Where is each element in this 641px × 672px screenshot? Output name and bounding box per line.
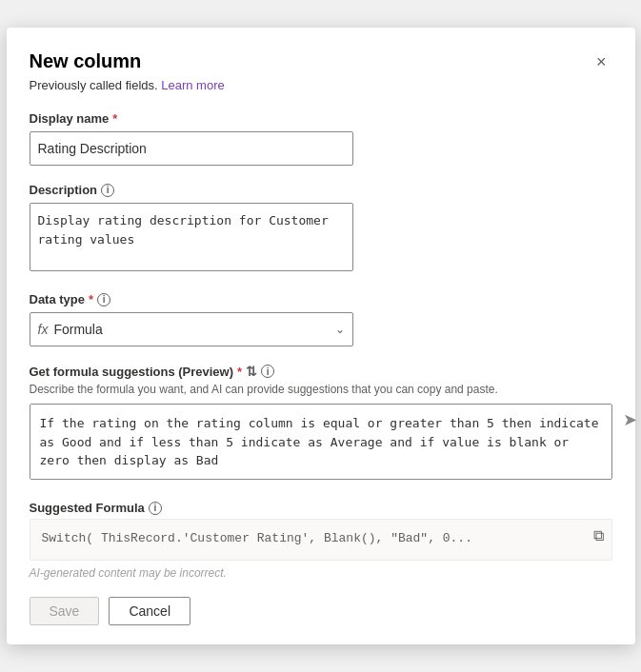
formula-required-star: *	[237, 365, 242, 379]
close-button[interactable]: ×	[591, 50, 612, 74]
send-button[interactable]: ➤	[617, 404, 642, 436]
ai-disclaimer: AI-generated content may be incorrect.	[30, 566, 612, 580]
copy-button[interactable]: ⧉	[593, 527, 604, 544]
description-label: Description i	[30, 183, 612, 197]
data-type-required-star: *	[89, 292, 93, 306]
fx-icon: fx	[38, 322, 49, 337]
formula-suggestions-group: Get formula suggestions (Preview) * ⇅ i …	[30, 364, 612, 484]
refresh-icon[interactable]: ⇅	[246, 364, 257, 379]
suggested-code-box: Switch( ThisRecord.'Customer Rating', Bl…	[30, 519, 612, 561]
description-textarea[interactable]: Display rating description for Customer …	[30, 203, 353, 271]
suggested-formula-info-icon: i	[149, 502, 162, 515]
new-column-dialog: New column × Previously called fields. L…	[7, 28, 635, 644]
dialog-subtitle: Previously called fields. Learn more	[30, 78, 612, 92]
chevron-down-icon: ⌄	[335, 323, 345, 336]
formula-row: If the rating on the rating column is eq…	[30, 404, 612, 484]
display-name-label: Display name *	[30, 111, 612, 126]
description-info-icon: i	[101, 184, 114, 197]
description-group: Description i Display rating description…	[30, 183, 612, 275]
suggested-formula-section: Suggested Formula i Switch( ThisRecord.'…	[30, 501, 612, 580]
dialog-header: New column ×	[30, 50, 612, 74]
suggested-formula-code: Switch( ThisRecord.'Customer Rating', Bl…	[42, 531, 472, 545]
formula-info-icon: i	[261, 365, 274, 378]
dialog-footer: Save Cancel	[30, 597, 612, 625]
learn-more-link[interactable]: Learn more	[161, 78, 224, 92]
save-button[interactable]: Save	[30, 597, 100, 625]
dialog-title: New column	[30, 50, 142, 72]
data-type-info-icon: i	[97, 293, 110, 306]
formula-textarea[interactable]: If the rating on the rating column is eq…	[30, 404, 612, 480]
data-type-label: Data type * i	[30, 292, 612, 306]
display-name-group: Display name *	[30, 111, 612, 166]
data-type-select[interactable]: fx Formula ⌄	[30, 312, 353, 346]
data-type-group: Data type * i fx Formula ⌄	[30, 292, 612, 346]
formula-suggestions-label: Get formula suggestions (Preview) * ⇅ i	[30, 364, 275, 379]
suggested-formula-label: Suggested Formula i	[30, 501, 612, 515]
cancel-button[interactable]: Cancel	[109, 597, 190, 625]
formula-hint: Describe the formula you want, and AI ca…	[30, 383, 612, 396]
display-name-input[interactable]	[30, 131, 353, 166]
data-type-value: Formula	[53, 322, 102, 337]
required-star: *	[112, 111, 117, 126]
